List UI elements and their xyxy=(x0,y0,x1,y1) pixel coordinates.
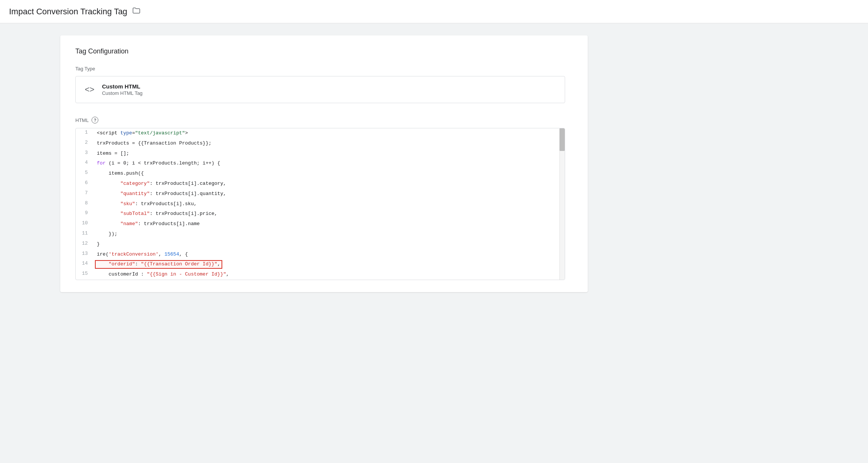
code-line: 6 "category": trxProducts[i].category, xyxy=(76,179,565,189)
code-editor[interactable]: 1 <script type="text/javascript"> 2 trxP… xyxy=(75,128,565,280)
html-label-row: HTML ? xyxy=(75,117,573,123)
tag-config-card: Tag Configuration Tag Type <> Custom HTM… xyxy=(60,35,588,292)
code-line: 7 "quantity": trxProducts[i].quantity, xyxy=(76,189,565,199)
code-line: 8 "sku": trxProducts[i].sku, xyxy=(76,199,565,209)
code-line: 5 items.push({ xyxy=(76,169,565,179)
scrollbar[interactable] xyxy=(559,128,565,280)
code-lines: 1 <script type="text/javascript"> 2 trxP… xyxy=(76,128,565,280)
main-content: Tag Configuration Tag Type <> Custom HTM… xyxy=(0,23,868,292)
folder-icon[interactable] xyxy=(132,6,141,17)
code-line: 15 customerId : "{{Sign in - Customer Id… xyxy=(76,270,565,280)
tag-type-desc: Custom HTML Tag xyxy=(102,90,143,96)
code-line: 13 ire('trackConversion', 15654, { xyxy=(76,250,565,260)
html-section: HTML ? 1 <script type="text/javascript">… xyxy=(75,117,573,280)
tag-type-selector[interactable]: <> Custom HTML Custom HTML Tag xyxy=(75,76,565,103)
code-line: 3 items = []; xyxy=(76,149,565,159)
header-bar: Impact Conversion Tracking Tag xyxy=(0,0,868,23)
tag-type-name: Custom HTML xyxy=(102,83,143,90)
code-line: 1 <script type="text/javascript"> xyxy=(76,128,565,139)
tag-type-label: Tag Type xyxy=(75,66,573,72)
section-title: Tag Configuration xyxy=(75,47,573,55)
code-brackets-icon: <> xyxy=(85,85,95,94)
html-label: HTML xyxy=(75,117,89,123)
code-line: 11 }); xyxy=(76,229,565,239)
code-line: 4 for (i = 0; i < trxProducts.length; i+… xyxy=(76,158,565,169)
help-icon[interactable]: ? xyxy=(92,117,98,123)
scrollbar-thumb[interactable] xyxy=(559,128,565,151)
code-line: 2 trxProducts = {{Transaction Products}}… xyxy=(76,139,565,149)
tag-type-info: Custom HTML Custom HTML Tag xyxy=(102,83,143,96)
code-line: 10 "name": trxProducts[i].name xyxy=(76,219,565,229)
code-line: 9 "subTotal": trxProducts[i].price, xyxy=(76,209,565,219)
code-line: 12 } xyxy=(76,239,565,250)
page-title: Impact Conversion Tracking Tag xyxy=(9,7,127,17)
code-line-highlighted: 14 "orderid": "{{Transaction Order Id}}"… xyxy=(76,259,565,270)
highlight-box: "orderid": "{{Transaction Order Id}}", xyxy=(95,260,222,268)
